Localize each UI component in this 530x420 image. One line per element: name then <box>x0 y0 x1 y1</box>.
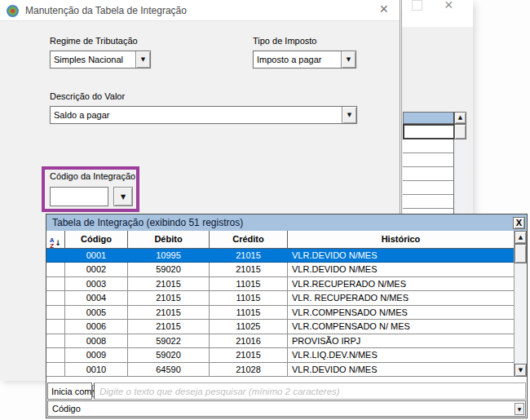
cell-historico: VLR.DEVIDO N/MES <box>288 263 514 276</box>
tabela-grid-area: AZ↓ Código Débito Crédito Histórico 0001… <box>46 231 527 377</box>
chevron-down-icon[interactable]: ▼ <box>341 51 356 68</box>
table-row[interactable]: 00052101511015VLR.COMPENSADO N/MES <box>46 306 514 320</box>
scrollbar-thumb[interactable] <box>515 244 527 263</box>
backdrop-grid-row <box>403 195 454 209</box>
cell-historico: VLR.COMPENSADO N/MES <box>288 306 514 319</box>
close-button[interactable]: X <box>513 217 525 229</box>
row-indicator-cell <box>46 334 65 347</box>
codigo-integracao-input[interactable] <box>50 187 108 206</box>
grid-body: 00011099521015VLR.DEVIDO N/MES0002590202… <box>46 249 514 377</box>
regime-select[interactable]: Simples Nacional ▼ <box>50 51 151 69</box>
column-header-codigo[interactable]: Código <box>65 231 128 248</box>
chevron-down-icon[interactable]: ▼ <box>135 51 150 68</box>
table-row[interactable]: 00106459021028VLR.DEVIDO N/MES <box>46 363 514 377</box>
codigo-integracao-dropdown-button[interactable]: ▼ <box>113 187 133 206</box>
cell-credito: 11015 <box>210 277 288 290</box>
maximize-icon[interactable] <box>412 0 422 11</box>
cell-credito: 21028 <box>210 363 288 376</box>
cell-codigo: 0008 <box>65 334 128 347</box>
table-row[interactable]: 00011099521015VLR.DEVIDO N/MES <box>46 249 514 263</box>
table-row[interactable]: 00042101511015VLR. RECUPERADO N/MES <box>46 291 514 305</box>
table-row[interactable]: 00032101511015VLR.RECUPERADO N/MES <box>46 277 514 291</box>
codigo-integracao-label: Código da Integração <box>50 171 135 181</box>
descricao-valor-value: Saldo a pagar <box>51 110 342 120</box>
chevron-down-icon[interactable]: ▼ <box>342 107 356 123</box>
tipo-imposto-select[interactable]: Imposto a pagar ▼ <box>253 51 356 69</box>
row-indicator-cell <box>46 348 65 361</box>
backdrop-grid-header <box>403 112 454 124</box>
cell-debito: 21015 <box>128 306 210 319</box>
table-row[interactable]: 00025902021015VLR.DEVIDO N/MES <box>46 263 514 276</box>
cell-historico: PROVISÃO IRPJ <box>288 334 514 347</box>
scroll-down-button[interactable]: ▼ <box>515 364 527 377</box>
cell-debito: 59022 <box>128 334 210 347</box>
backdrop-grid-row <box>403 167 454 181</box>
cell-credito: 21015 <box>210 263 288 276</box>
cell-codigo: 0004 <box>65 291 128 304</box>
tipo-imposto-label: Tipo de Imposto <box>253 36 316 46</box>
backdrop-grid-row <box>403 153 454 167</box>
close-icon[interactable]: × <box>379 1 388 18</box>
row-indicator-cell <box>46 306 65 319</box>
cell-codigo: 0006 <box>65 320 128 333</box>
search-field-value: Código <box>48 404 515 413</box>
table-row[interactable]: 00095902021015VLR.LIQ.DEV.N/MES <box>46 348 514 362</box>
backdrop-grid-row <box>403 181 454 195</box>
close-icon[interactable]: × <box>444 0 453 14</box>
search-field-select[interactable]: Código ▼ <box>47 400 526 417</box>
row-indicator-cell <box>46 291 65 304</box>
row-indicator-cell <box>46 320 65 333</box>
column-header-credito[interactable]: Crédito <box>210 231 288 248</box>
vertical-scrollbar[interactable]: ▲ ▼ <box>514 231 527 377</box>
cell-credito: 11015 <box>210 291 288 304</box>
cell-historico: VLR. RECUPERADO N/MES <box>288 291 514 304</box>
cell-debito: 21015 <box>128 320 210 333</box>
search-input[interactable] <box>94 382 526 400</box>
cell-historico: VLR.LIQ.DEV.N/MES <box>288 348 514 361</box>
row-indicator-cell <box>46 263 65 276</box>
cell-codigo: 0003 <box>65 277 128 290</box>
sort-header-cell[interactable]: AZ↓ <box>46 231 65 248</box>
search-mode-select[interactable]: Inicia com ▼ <box>47 382 92 400</box>
backdrop-grid-active-cell[interactable] <box>403 124 455 139</box>
sort-az-icon: AZ↓ <box>50 237 61 248</box>
cell-historico: VLR.RECUPERADO N/MES <box>288 277 514 290</box>
regime-value: Simples Nacional <box>51 55 135 64</box>
cell-codigo: 0010 <box>65 363 128 376</box>
scroll-up-button[interactable]: ▲ <box>515 231 527 244</box>
scrollbar-track[interactable] <box>454 139 466 218</box>
cell-historico: VLR.DEVIDO N/MES <box>288 249 514 262</box>
table-row[interactable]: 00062101511025VLR.COMPENSADO N/ MES <box>46 320 514 334</box>
descricao-valor-select[interactable]: Saldo a pagar ▼ <box>50 106 357 124</box>
table-row[interactable]: 00085902221016PROVISÃO IRPJ <box>46 334 514 348</box>
row-indicator-cell <box>46 277 65 290</box>
column-header-historico[interactable]: Histórico <box>288 231 514 248</box>
tabela-title: Tabela de Integração (exibindo 51 regist… <box>46 217 513 228</box>
search-row: Inicia com ▼ <box>47 382 526 400</box>
chevron-down-icon[interactable]: ▼ <box>515 403 524 415</box>
cell-codigo: 0002 <box>65 263 128 276</box>
descricao-valor-label: Descrição do Valor <box>50 91 125 101</box>
cell-historico: VLR.DEVIDO N/MES <box>288 363 514 376</box>
app-icon <box>7 5 19 17</box>
tabela-titlebar: Tabela de Integração (exibindo 51 regist… <box>46 214 527 231</box>
cell-credito: 21015 <box>210 249 288 262</box>
dialog-title: Manutenção da Tabela de Integração <box>25 5 187 16</box>
cell-credito: 21016 <box>210 334 288 347</box>
backdrop-grid-row <box>403 139 454 153</box>
background-window-titlebar: × <box>402 0 473 27</box>
cell-debito: 21015 <box>128 277 210 290</box>
column-header-debito[interactable]: Débito <box>128 231 210 248</box>
screen: × ▲ Manutenção da Tabela de Integração ×… <box>0 0 530 420</box>
cell-debito: 64590 <box>128 363 210 376</box>
scrollbar-thumb[interactable] <box>454 124 466 139</box>
cell-debito: 10995 <box>128 249 210 262</box>
scroll-up-button[interactable]: ▲ <box>454 112 466 124</box>
tabela-integracao-window: Tabela de Integração (exibindo 51 regist… <box>46 214 528 418</box>
cell-credito: 21015 <box>210 348 288 361</box>
cell-codigo: 0009 <box>65 348 128 361</box>
scrollbar-track[interactable] <box>515 263 527 364</box>
row-indicator-cell <box>46 363 65 376</box>
grid-header-row: AZ↓ Código Débito Crédito Histórico <box>46 231 514 249</box>
cell-debito: 59020 <box>128 348 210 361</box>
